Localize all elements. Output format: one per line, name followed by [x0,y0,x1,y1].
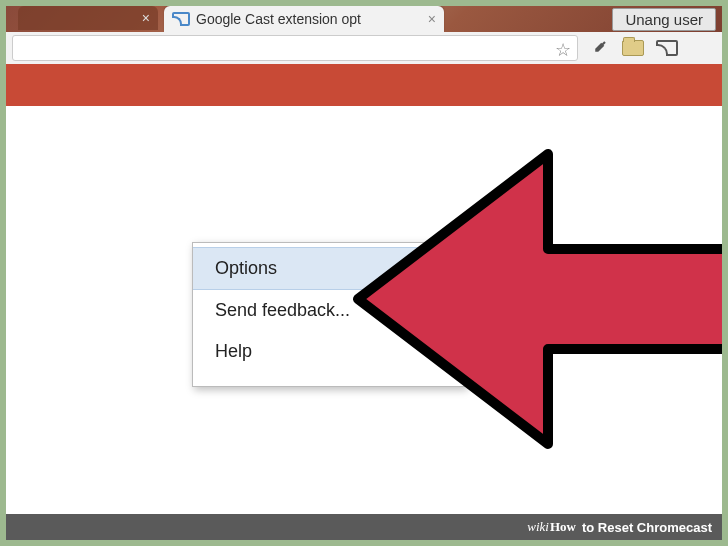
close-icon[interactable]: × [422,11,436,27]
attribution-footer: wikiHow to Reset Chromecast [6,514,722,540]
eyedropper-icon[interactable] [586,37,612,59]
active-tab[interactable]: Google Cast extension opt × [164,6,444,32]
browser-chrome: × Google Cast extension opt × Unang user… [6,6,722,64]
toolbar-row: ☆ [6,32,722,64]
bookmark-star-icon[interactable]: ☆ [555,39,571,61]
brand-logo: wikiHow [527,519,576,535]
menu-item-options[interactable]: Options [193,247,465,290]
image-frame: × Google Cast extension opt × Unang user… [0,0,728,546]
menu-item-label: Help [215,341,252,361]
toolbar-icons [582,37,722,59]
user-label: Unang user [625,11,703,28]
extension-dropdown-menu: Options Send feedback... Help [192,242,466,387]
menu-item-help[interactable]: Help [193,331,465,372]
address-bar[interactable]: ☆ [12,35,578,61]
menu-item-label: Options [215,258,277,278]
close-icon[interactable]: × [142,10,150,26]
menu-item-send-feedback[interactable]: Send feedback... [193,290,465,331]
tab-strip: × Google Cast extension opt × Unang user [6,6,722,32]
inactive-tab[interactable]: × [18,6,158,30]
page-header-band [6,64,722,106]
cast-favicon-icon [172,12,190,26]
tab-title: Google Cast extension opt [196,11,361,27]
menu-icon[interactable] [688,37,714,59]
menu-item-label: Send feedback... [215,300,350,320]
screenshot-area: × Google Cast extension opt × Unang user… [6,6,722,540]
user-profile-button[interactable]: Unang user [612,8,716,31]
folder-icon[interactable] [620,37,646,59]
cast-extension-icon[interactable] [654,37,680,59]
article-title: to Reset Chromecast [582,520,712,535]
